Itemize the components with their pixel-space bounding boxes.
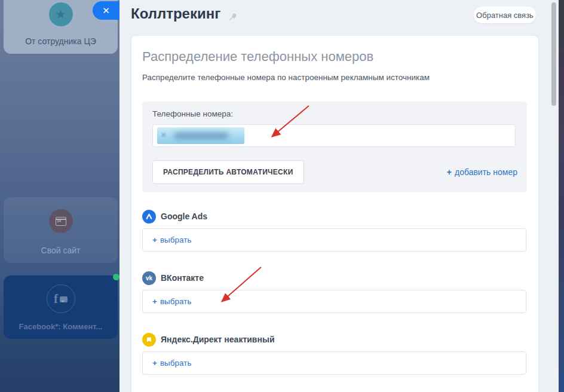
sidebar: ★ От сотрудника ЦЭ Свой сайт f Facebook*… [0, 0, 119, 392]
source-card-facebook-comments[interactable]: f Facebook*: Коммент... [4, 275, 118, 339]
scrollbar-thumb[interactable] [551, 2, 556, 106]
facebook-comments-icon: f [47, 284, 75, 313]
source-name: Google Ads [161, 212, 207, 221]
select-link-google[interactable]: +выбрать [152, 235, 191, 244]
select-link-label: выбрать [160, 235, 192, 244]
content-card: Распределение телефонных номеров Распред… [131, 36, 538, 392]
select-link-vk[interactable]: +выбрать [152, 297, 191, 306]
browser-glyph [56, 217, 66, 226]
star-icon: ★ [49, 2, 73, 26]
comment-bubble-glyph [60, 296, 68, 302]
yandex-direct-icon [142, 333, 156, 347]
phone-numbers-label: Телефонные номера: [152, 109, 233, 118]
status-dot [113, 274, 119, 280]
plus-icon: + [152, 235, 157, 244]
source-card-label: Свой сайт [4, 246, 118, 255]
chip-remove-icon: ✕ [161, 131, 167, 139]
vk-glyph: vk [146, 275, 152, 281]
section-heading: Распределение телефонных номеров [142, 49, 373, 65]
google-ads-icon [142, 210, 156, 223]
pin-icon[interactable] [228, 12, 238, 22]
source-card-label: Facebook*: Коммент... [4, 322, 118, 331]
select-link-label: выбрать [160, 297, 192, 306]
source-card-label: От сотрудника ЦЭ [4, 36, 118, 46]
phone-numbers-panel: Телефонные номера: ✕ РАСПРЕДЕЛИТЬ АВТОМА… [142, 102, 527, 192]
phone-numbers-input[interactable]: ✕ [152, 124, 516, 147]
feedback-button-label: Обратная связь [476, 11, 534, 20]
star-glyph: ★ [55, 7, 66, 22]
background-page-strip [559, 0, 564, 392]
source-dropzone-yandex: +выбрать [142, 351, 526, 375]
plus-icon: + [447, 167, 452, 177]
feedback-button[interactable]: Обратная связь [474, 7, 536, 23]
source-name: Яндекс.Директ неактивный [161, 335, 274, 344]
source-dropzone-vk: +выбрать [142, 290, 526, 313]
add-number-label: добавить номер [455, 167, 517, 177]
section-subheading: Распределите телефонные номера по настро… [142, 73, 430, 82]
page-title: Коллтрекинг [131, 5, 220, 22]
main-panel: Коллтрекинг Обратная связь Распределение… [119, 0, 559, 392]
close-button[interactable]: ✕ [93, 1, 119, 20]
redacted-number [174, 132, 229, 139]
facebook-f-glyph: f [54, 292, 58, 307]
website-icon [49, 209, 73, 233]
select-link-yandex[interactable]: +выбрать [152, 359, 191, 368]
source-name: ВКонтакте [161, 273, 204, 283]
plus-icon: + [152, 359, 157, 368]
source-dropzone-google: +выбрать [142, 228, 526, 252]
phone-number-chip[interactable]: ✕ [157, 127, 244, 144]
vk-icon: vk [142, 271, 156, 285]
add-number-link[interactable]: +добавить номер [447, 167, 517, 177]
distribute-automatically-button[interactable]: РАСПРЕДЕЛИТЬ АВТОМАТИЧЕСКИ [152, 160, 304, 184]
select-link-label: выбрать [160, 359, 192, 368]
source-card-own-site[interactable]: Свой сайт [4, 197, 118, 263]
close-icon: ✕ [102, 5, 110, 16]
plus-icon: + [152, 297, 157, 306]
